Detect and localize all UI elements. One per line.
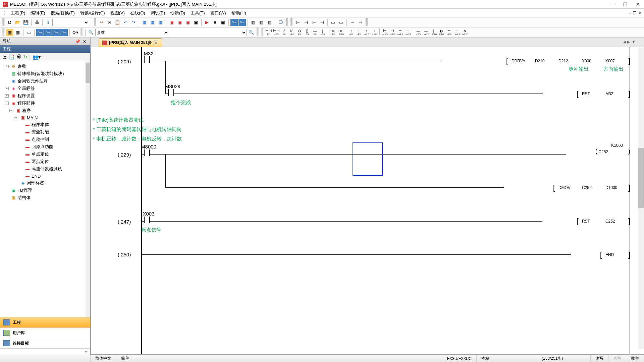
- nav-tb-2[interactable]: 📑: [9, 54, 14, 60]
- window-arrange-button[interactable]: ▥: [266, 19, 273, 26]
- remote-button[interactable]: ▣: [192, 19, 200, 26]
- dev-b-icon[interactable]: Dev: [44, 29, 52, 36]
- ladder-btn1[interactable]: ⊢: [294, 19, 302, 26]
- opts-button[interactable]: ⚙▾: [71, 29, 79, 36]
- fkey-cAF10[interactable]: ✕cAF10: [461, 28, 468, 37]
- fkey-F9[interactable]: —F9: [311, 28, 319, 37]
- tree-item[interactable]: ▬安全功能: [0, 128, 90, 136]
- output-dmov[interactable]: [ DMOV C252 D1000 ]: [553, 184, 630, 191]
- save-button[interactable]: 💾: [22, 19, 30, 26]
- collapse-icon[interactable]: −: [5, 102, 9, 105]
- output-ddrva[interactable]: [ DDRVA D210 D212 Y000 Y007 ]: [506, 57, 630, 65]
- write-plc-button[interactable]: ▣: [168, 19, 175, 26]
- close-button[interactable]: ✕: [635, 2, 641, 7]
- fkey-F10[interactable]: ◐F10: [438, 28, 445, 37]
- ladder-btn3[interactable]: ⊢: [310, 19, 318, 26]
- tree-item[interactable]: ▬高速计数器测试: [0, 165, 90, 173]
- dev-c-icon[interactable]: Dev: [52, 29, 60, 36]
- fkey-aF9[interactable]: ⊢aF9: [445, 28, 453, 37]
- fkey-caF5[interactable]: —caF5: [422, 28, 430, 37]
- menu-compile[interactable]: 转换/编译(C): [77, 9, 108, 17]
- editor-scrollbar[interactable]: [638, 47, 644, 349]
- nav-toggle-button[interactable]: ▦: [6, 29, 13, 36]
- mdi-close[interactable]: ✕: [639, 11, 642, 15]
- collapse-icon[interactable]: −: [9, 109, 13, 112]
- fkey-cF9[interactable]: ⊗cF9: [329, 28, 337, 37]
- tab-userlib[interactable]: 用户库: [0, 328, 90, 338]
- monitor-stop-button[interactable]: ■: [211, 19, 219, 26]
- window-cascade-button[interactable]: ▥: [258, 19, 265, 26]
- open-button[interactable]: 📂: [14, 19, 21, 26]
- tab-connection[interactable]: 连接目标: [0, 338, 90, 349]
- tree-item[interactable]: ▬点动控制: [0, 136, 90, 143]
- param-combo[interactable]: 参数: [95, 29, 169, 36]
- fkey-F5[interactable]: ⊢⊣F5: [265, 28, 272, 37]
- dev1-icon[interactable]: Dev: [230, 19, 238, 26]
- menu-online[interactable]: 在线(O): [127, 9, 148, 17]
- project-tree[interactable]: +⚙参数 ▦特殊模块(智能功能模块) ◉全局软元件注释 +◈全局标签 +▣程序设…: [0, 61, 90, 317]
- menu-project[interactable]: 工程(P): [8, 9, 28, 17]
- tab-project[interactable]: 工程: [0, 317, 90, 328]
- menu-tools[interactable]: 工具(T): [188, 9, 208, 17]
- find-button[interactable]: 🔍: [87, 29, 95, 36]
- print-button[interactable]: 🖶: [33, 19, 41, 26]
- maximize-button[interactable]: ☐: [622, 2, 629, 7]
- menu-help[interactable]: 帮助(H): [229, 9, 249, 17]
- pin-icon[interactable]: 📌: [74, 39, 82, 44]
- verify-button[interactable]: ▣: [184, 19, 192, 26]
- tree-item[interactable]: ▬回原点功能: [0, 143, 90, 150]
- ladder-btn7[interactable]: ⊢: [348, 19, 356, 26]
- compile-all-button[interactable]: ▦: [149, 19, 156, 26]
- dev2-icon[interactable]: Dev: [238, 19, 246, 26]
- document-tab[interactable]: [PRG]写入 MAIN 251步 ✕: [99, 38, 162, 47]
- fkey-saF6[interactable]: ⊣saF6: [389, 28, 396, 37]
- tree-item[interactable]: ▬单点定位: [0, 150, 90, 158]
- ladder-btn2[interactable]: ⊣: [302, 19, 310, 26]
- minimize-button[interactable]: —: [609, 2, 616, 7]
- tab-menu-icon[interactable]: ▾: [633, 40, 635, 44]
- nav-tb-3[interactable]: 🗐: [16, 54, 21, 60]
- output-rst-m32[interactable]: [ RST M32 ]: [577, 90, 630, 98]
- ladder-editor[interactable]: ( 209) M32 [ DDRVA D210 D212 Y000 Y007 ]…: [91, 47, 644, 355]
- fkey-saF5[interactable]: ⊢saF5: [381, 28, 388, 37]
- paste-button[interactable]: 📋: [114, 19, 121, 26]
- ladder-btn8[interactable]: ⊣: [357, 19, 364, 26]
- expand-icon[interactable]: +: [5, 87, 9, 90]
- undo-button[interactable]: ↶: [122, 19, 129, 26]
- fkey-sF7[interactable]: ↑sF7: [347, 28, 355, 37]
- tree-scrollbar[interactable]: [86, 61, 90, 317]
- tree-item[interactable]: ▬程序本体: [0, 121, 90, 128]
- collapse-icon[interactable]: −: [14, 116, 18, 119]
- fkey-F6[interactable]: ⊬F6: [280, 28, 288, 37]
- tree-item[interactable]: ▬END: [0, 173, 90, 179]
- menu-diagnose[interactable]: 诊断(D): [168, 9, 188, 17]
- nav-close-icon[interactable]: ✕: [82, 39, 88, 44]
- nav-more-button[interactable]: »: [0, 349, 90, 355]
- ladder-btn5[interactable]: ▭: [329, 19, 337, 26]
- fkey-F7[interactable]: ()F7: [296, 28, 303, 37]
- view-button[interactable]: ▭: [25, 29, 33, 36]
- redo-button[interactable]: ↷: [130, 19, 137, 26]
- dev-a-icon[interactable]: Dev: [36, 29, 44, 36]
- fkey-sF9[interactable]: |sF9: [319, 28, 326, 37]
- nav-tb-1[interactable]: 🗂: [2, 54, 7, 60]
- tab-next-icon[interactable]: ▶: [627, 40, 630, 44]
- fkey-aF7[interactable]: ↑aF7: [363, 28, 370, 37]
- fkey-cF10[interactable]: ⊗cF10: [337, 28, 344, 37]
- panel-button[interactable]: ▦: [14, 29, 21, 36]
- menu-debug[interactable]: 调试(B): [148, 9, 168, 17]
- device-combo[interactable]: [170, 29, 247, 36]
- monitor-write-button[interactable]: ▣: [219, 19, 227, 26]
- fkey-aF5[interactable]: —aF5: [415, 28, 422, 37]
- cut-button[interactable]: ✂: [98, 19, 105, 26]
- fkey-sF6[interactable]: ⊬sF6: [288, 28, 296, 37]
- build-button[interactable]: ▦: [157, 19, 164, 26]
- ladder-btn4[interactable]: ⊣: [318, 19, 326, 26]
- nav-tb-4[interactable]: ↻: [23, 54, 27, 60]
- fkey-saF7[interactable]: ⊢saF7: [396, 28, 404, 37]
- output-end[interactable]: [ END ]: [600, 251, 630, 258]
- search-exec-button[interactable]: 🔍: [248, 29, 255, 36]
- ladder-btn6[interactable]: ▭: [337, 19, 345, 26]
- mdi-minimize[interactable]: –: [629, 11, 631, 15]
- expand-icon[interactable]: +: [5, 94, 9, 98]
